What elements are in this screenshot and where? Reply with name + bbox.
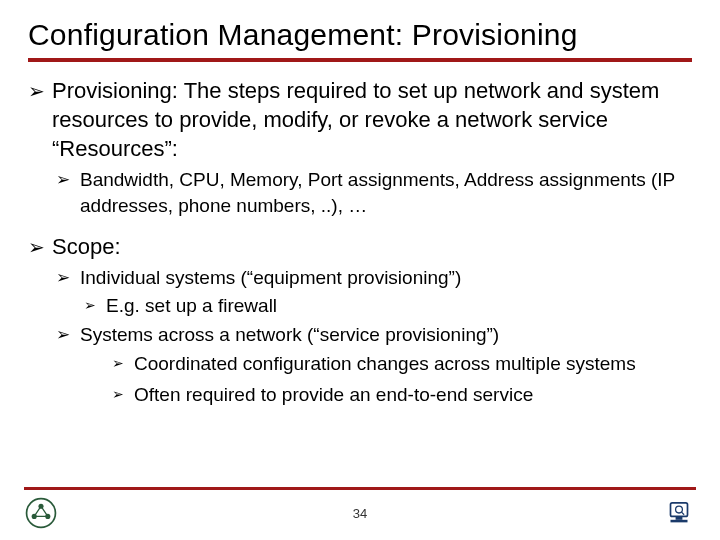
logo-left-icon [24, 496, 58, 530]
bullet-coordinated-changes: ➢ Coordinated configuration changes acro… [112, 351, 692, 378]
logo-right-icon [662, 496, 696, 530]
page-number: 34 [58, 506, 662, 521]
bullet-text: Coordinated configuration changes across… [134, 353, 636, 374]
bullet-individual-systems: ➢ Individual systems (“equipment provisi… [56, 265, 692, 291]
arrow-icon: ➢ [112, 354, 124, 374]
svg-point-0 [27, 499, 56, 528]
bullet-text: Systems across a network (“service provi… [80, 324, 499, 345]
arrow-icon: ➢ [56, 324, 70, 347]
arrow-icon: ➢ [28, 78, 45, 104]
arrow-icon: ➢ [28, 234, 45, 260]
footer-rule [24, 487, 696, 490]
arrow-icon: ➢ [56, 267, 70, 290]
arrow-icon: ➢ [84, 296, 96, 316]
title-rule [28, 58, 692, 62]
bullet-scope: ➢ Scope: [28, 232, 692, 261]
content-area: ➢ Provisioning: The steps required to se… [28, 76, 692, 408]
bullet-text: Bandwidth, CPU, Memory, Port assignments… [80, 169, 675, 216]
bullet-firewall-example: ➢ E.g. set up a firewall [84, 293, 692, 320]
slide-title: Configuration Management: Provisioning [28, 18, 692, 52]
footer: 34 [0, 487, 720, 530]
bullet-text: Individual systems (“equipment provision… [80, 267, 461, 288]
bullet-end-to-end: ➢ Often required to provide an end-to-en… [112, 382, 692, 409]
bullet-text: Provisioning: The steps required to set … [52, 78, 659, 161]
bullet-provisioning: ➢ Provisioning: The steps required to se… [28, 76, 692, 163]
svg-point-7 [676, 506, 683, 513]
svg-rect-4 [671, 503, 688, 517]
bullet-resources-list: ➢ Bandwidth, CPU, Memory, Port assignmen… [56, 167, 692, 218]
svg-line-8 [682, 512, 685, 515]
bullet-text: E.g. set up a firewall [106, 295, 277, 316]
bullet-service-provisioning: ➢ Systems across a network (“service pro… [56, 322, 692, 348]
arrow-icon: ➢ [112, 385, 124, 405]
bullet-text: Scope: [52, 234, 121, 259]
footer-row: 34 [24, 496, 696, 530]
slide: Configuration Management: Provisioning ➢… [0, 0, 720, 540]
svg-rect-6 [671, 520, 688, 523]
svg-rect-5 [676, 516, 683, 519]
arrow-icon: ➢ [56, 169, 70, 192]
bullet-text: Often required to provide an end-to-end … [134, 384, 533, 405]
